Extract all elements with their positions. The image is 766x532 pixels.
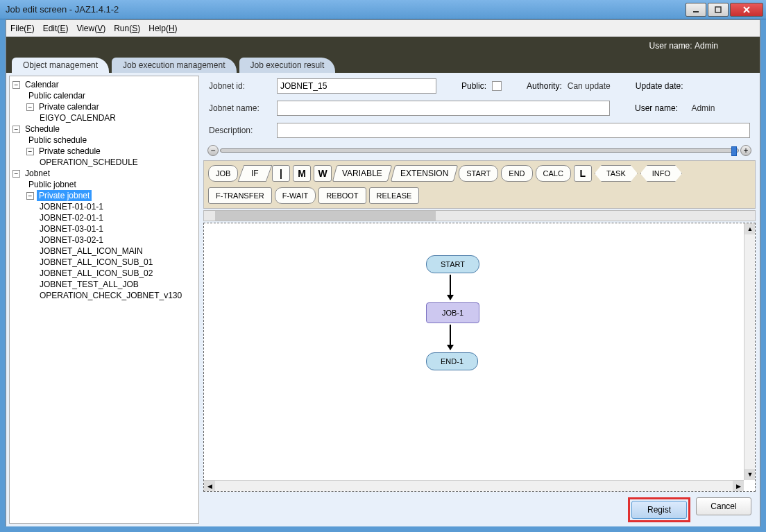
regist-highlight: Regist <box>628 497 690 522</box>
tool-start[interactable]: START <box>459 165 498 182</box>
tool-release[interactable]: RELEASE <box>369 187 420 204</box>
tree-toggle[interactable]: − <box>26 148 34 155</box>
tree-item[interactable]: JOBNET-03-01-1 <box>37 223 105 234</box>
public-label: Public: <box>461 81 486 91</box>
scroll-left-icon[interactable]: ◀ <box>204 481 215 492</box>
tree-private-schedule[interactable]: Private schedule <box>37 146 103 157</box>
info-bar: User name: Admin <box>6 37 760 55</box>
tree-item[interactable]: JOBNET_ALL_ICON_MAIN <box>37 246 145 257</box>
user-label: User name: <box>649 41 692 51</box>
menu-file[interactable]: File(F) <box>10 24 35 33</box>
menu-run[interactable]: Run(S) <box>114 24 140 33</box>
tree-toggle[interactable]: − <box>12 170 20 178</box>
tree-toggle[interactable]: − <box>26 103 34 111</box>
tool-info[interactable]: INFO <box>640 165 682 182</box>
tab-row: Object management Job execution manageme… <box>6 55 760 73</box>
tool-job[interactable]: JOB <box>208 165 238 182</box>
tool-m[interactable]: M <box>293 165 311 182</box>
tool-task[interactable]: TASK <box>595 165 638 182</box>
tool-pipe[interactable]: | <box>272 165 290 182</box>
svg-rect-1 <box>715 7 721 12</box>
jobnet-id-input[interactable] <box>277 78 436 94</box>
canvas-vscroll[interactable]: ▲▼ <box>744 223 755 480</box>
authority-value: Can update <box>568 81 611 91</box>
user-value: Admin <box>695 41 718 51</box>
user-name-value: Admin <box>691 103 715 113</box>
scroll-down-icon[interactable]: ▼ <box>744 469 756 480</box>
cancel-button[interactable]: Cancel <box>696 497 751 515</box>
titlebar: Job edit screen - JAZ1.4.1-2 <box>0 0 766 19</box>
tree-public-jobnet[interactable]: Public jobnet <box>26 179 78 190</box>
description-input[interactable] <box>277 123 750 138</box>
tool-reboot[interactable]: REBOOT <box>318 187 366 204</box>
tree-item[interactable]: JOBNET-03-02-1 <box>37 234 105 246</box>
jobnet-name-input[interactable] <box>277 101 610 116</box>
flow-start-node[interactable]: START <box>426 255 479 273</box>
tool-extension[interactable]: EXTENSION <box>391 165 459 182</box>
zoom-out-button[interactable]: − <box>207 145 219 156</box>
scroll-up-icon[interactable]: ▲ <box>744 223 756 234</box>
tab-job-execution-result[interactable]: Job execution result <box>239 58 336 73</box>
tool-end[interactable]: END <box>501 165 532 182</box>
menubar: File(F) Edit(E) View(V) Run(S) Help(H) <box>6 20 760 37</box>
user-name-label: User name: <box>635 103 678 113</box>
tree-item[interactable]: JOBNET_ALL_ICON_SUB_02 <box>37 268 155 279</box>
maximize-button[interactable] <box>708 3 729 17</box>
tree-toggle[interactable]: − <box>12 81 20 89</box>
toolbox-scrollbar[interactable] <box>203 210 756 221</box>
menu-help[interactable]: Help(H) <box>148 24 177 33</box>
tree-item[interactable]: OPERATION_CHECK_JOBNET_v130 <box>37 290 184 301</box>
flow-end-node[interactable]: END-1 <box>426 352 478 370</box>
tool-fwait[interactable]: F-WAIT <box>275 187 316 204</box>
window-title: Job edit screen - JAZ1.4.1-2 <box>3 4 686 15</box>
tree-item[interactable]: JOBNET-02-01-1 <box>37 212 105 223</box>
tree-jobnet[interactable]: Jobnet <box>23 168 52 179</box>
tree-private-calendar[interactable]: Private calendar <box>37 101 101 112</box>
main-panel: Jobnet id: Public: Authority: Can update… <box>199 73 760 526</box>
scroll-right-icon[interactable]: ▶ <box>733 481 744 492</box>
regist-button[interactable]: Regist <box>631 501 687 519</box>
tree-public-calendar[interactable]: Public calendar <box>26 90 87 101</box>
tree-item[interactable]: OPERATION_SCHEDULE <box>37 157 140 168</box>
jobnet-name-label: Jobnet name: <box>209 103 271 113</box>
flow-arrow <box>450 325 451 350</box>
authority-label: Authority: <box>527 81 562 91</box>
tool-if[interactable]: IF <box>238 165 272 182</box>
zoom-in-button[interactable]: + <box>740 145 751 156</box>
public-checkbox[interactable] <box>492 81 502 91</box>
jobnet-id-label: Jobnet id: <box>209 81 271 91</box>
tab-job-execution-management[interactable]: Job execution management <box>112 58 236 73</box>
flow-arrow <box>450 275 451 300</box>
tab-object-management[interactable]: Object management <box>12 58 109 73</box>
tool-ftransfer[interactable]: F-TRANSFER <box>208 187 272 204</box>
description-label: Description: <box>209 126 271 135</box>
flow-job-node[interactable]: JOB-1 <box>426 302 479 323</box>
tool-variable[interactable]: VARIABLE <box>332 165 392 182</box>
tree-toggle[interactable]: − <box>12 126 20 133</box>
tool-l[interactable]: L <box>574 165 592 182</box>
tree-toggle[interactable]: − <box>26 192 34 200</box>
tree-private-jobnet[interactable]: Private jobnet <box>37 190 92 201</box>
menu-view[interactable]: View(V) <box>76 24 105 33</box>
update-date-label: Update date: <box>636 81 683 91</box>
zoom-slider[interactable] <box>220 148 739 153</box>
sidebar-tree: −Calendar Public calendar −Private calen… <box>9 76 199 524</box>
tree-schedule[interactable]: Schedule <box>23 123 62 135</box>
tree-public-schedule[interactable]: Public schedule <box>26 135 89 146</box>
tools-w[interactable]: W <box>314 165 332 182</box>
canvas-hscroll[interactable]: ◀▶ <box>204 480 744 491</box>
tree-calendar[interactable]: Calendar <box>23 79 61 90</box>
slider-handle[interactable] <box>731 146 737 156</box>
tree-item[interactable]: JOBNET-01-01-1 <box>37 201 105 212</box>
close-button[interactable] <box>730 3 763 17</box>
tree-item[interactable]: JOBNET_ALL_ICON_SUB_01 <box>37 257 155 268</box>
flow-canvas[interactable]: START JOB-1 END-1 ◀▶ ▲▼ <box>203 223 756 492</box>
toolbox: JOB IF | M W VARIABLE EXTENSION START EN… <box>203 160 756 209</box>
tree-item[interactable]: EIGYO_CALENDAR <box>37 112 118 123</box>
menu-edit[interactable]: Edit(E) <box>43 24 69 33</box>
minimize-button[interactable] <box>686 3 706 17</box>
tree-item[interactable]: JOBNET_TEST_ALL_JOB <box>37 279 141 290</box>
tool-calc[interactable]: CALC <box>536 165 571 182</box>
